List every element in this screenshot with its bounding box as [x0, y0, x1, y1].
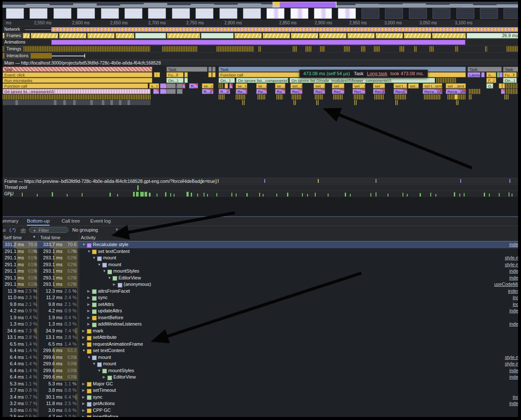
flame-block[interactable] — [242, 100, 245, 105]
timing-mark[interactable] — [429, 46, 434, 52]
table-row[interactable]: 9.8 ms2.1 %9.8 ms2.1 %▶setAttrsindex. — [3, 301, 521, 308]
activity-label[interactable]: mountStyles — [108, 367, 134, 374]
filmstrip-screenshot[interactable] — [361, 8, 379, 19]
track-gpu[interactable]: GPU — [3, 191, 518, 197]
flame-block[interactable] — [184, 72, 188, 77]
flame-block[interactable] — [424, 94, 441, 100]
filmstrip-screenshot[interactable] — [385, 8, 403, 19]
flame-block[interactable] — [506, 89, 519, 94]
timing-mark[interactable] — [305, 46, 311, 52]
main-flame-chart[interactable]: TaskTaskTaskTaskTaskEvent: clickFu...llF… — [3, 66, 518, 197]
frame-duration-badge[interactable]: 26.9 ms — [467, 33, 518, 38]
activity-label[interactable]: Major GC — [93, 381, 113, 388]
flame-block[interactable] — [395, 100, 398, 105]
flame-block[interactable] — [119, 100, 121, 105]
table-row[interactable]: 13.1 ms2.8 %13.1 ms2.8 %▶setAttribute — [3, 334, 521, 341]
flame-block[interactable] — [219, 83, 224, 88]
flame-block[interactable] — [354, 100, 357, 105]
tab-call-tree[interactable]: Call tree — [62, 217, 80, 225]
flame-block[interactable]: set...nt — [290, 83, 302, 88]
expand-icon[interactable]: ▶ — [87, 308, 90, 314]
activity-label[interactable]: attrsFromFacet — [98, 288, 130, 295]
frame-block[interactable] — [135, 33, 166, 38]
partially-presented-frame[interactable] — [167, 33, 200, 38]
flame-block[interactable] — [258, 94, 265, 100]
flame-block[interactable] — [374, 94, 384, 100]
expand-icon[interactable]: ▶ — [103, 374, 105, 381]
track-animations[interactable]: Animations — [3, 39, 518, 46]
flame-block[interactable]: On ignore list...components\/) — [236, 78, 288, 83]
flame-block[interactable]: A... — [486, 72, 496, 77]
activity-label[interactable]: mountStyles — [113, 268, 139, 275]
expand-icon[interactable]: ▶ — [87, 321, 90, 328]
timing-mark[interactable] — [400, 46, 405, 52]
table-row[interactable]: 291.1 ms61.6 %293.1 ms62.0 %▼mountStyles… — [3, 268, 521, 275]
filmstrip-screenshot[interactable] — [30, 8, 47, 19]
flame-block[interactable] — [499, 72, 503, 77]
frame-block[interactable] — [201, 33, 234, 38]
table-row[interactable]: 3.4 ms0.7 %30.1 ms6.4 %▶syncindex. — [3, 394, 521, 401]
flame-block[interactable] — [354, 94, 364, 100]
flame-block[interactable]: Rec...le — [290, 89, 302, 94]
expand-icon[interactable]: ▶ — [82, 334, 85, 341]
source-link[interactable]: useCodeMirror — [494, 281, 521, 288]
flame-block[interactable] — [333, 94, 343, 100]
tab-event-log[interactable]: Event log — [90, 217, 111, 225]
flame-block[interactable] — [212, 67, 216, 72]
filmstrip-screenshot[interactable] — [243, 8, 261, 19]
flame-block[interactable]: Rec...le — [314, 89, 325, 94]
activity-label[interactable]: sync — [98, 294, 108, 301]
partially-presented-frame[interactable] — [234, 33, 262, 38]
flame-block[interactable] — [166, 89, 176, 94]
table-row[interactable]: 34.6 ms7.3 %34.9 ms7.4 %▶mark — [3, 328, 521, 335]
table-row[interactable]: 6.5 ms1.4 %6.5 ms1.4 %▶requestAnimationF… — [3, 341, 521, 348]
flame-block[interactable]: R... — [189, 83, 198, 88]
collapse-icon[interactable]: ▼ — [92, 361, 96, 367]
filmstrip-screenshot[interactable] — [6, 8, 24, 19]
partially-presented-frame[interactable] — [115, 33, 134, 38]
sort-arrow-icon[interactable]: ▼ — [33, 235, 36, 239]
tab-bottom-up[interactable]: Bottom-up — [27, 217, 50, 226]
flame-block[interactable]: set ...ent — [332, 83, 344, 88]
flame-block[interactable] — [54, 100, 56, 105]
activity-label[interactable]: EditorView — [118, 275, 141, 282]
flame-block[interactable] — [469, 94, 472, 100]
partially-presented-frame[interactable] — [376, 33, 403, 38]
network-requests-bar[interactable] — [51, 27, 518, 32]
flame-block[interactable]: Reca...yle — [394, 89, 407, 94]
partially-presented-frame[interactable] — [347, 33, 375, 38]
expand-icon[interactable]: ▶ — [87, 301, 90, 308]
expand-icon[interactable]: ▶ — [87, 294, 90, 301]
flame-block[interactable]: R...e — [219, 89, 230, 94]
flame-block[interactable] — [208, 67, 212, 72]
table-row[interactable]: 1.9 ms0.4 %1.9 ms0.4 %▶insertBefore — [3, 314, 521, 321]
flame-block[interactable]: set...t — [408, 83, 419, 88]
flame-block[interactable]: se...t — [202, 83, 213, 88]
activity-label[interactable]: setAttrs — [98, 301, 114, 308]
table-row[interactable]: 331.2 ms70.0 %333.7 ms70.6 %▼Recalculate… — [3, 241, 521, 248]
filmstrip-screenshot[interactable] — [77, 8, 95, 19]
table-row[interactable]: 291.1 ms61.6 %293.1 ms62.0 %▼EditorViewi… — [3, 275, 521, 282]
filmstrip-screenshot[interactable] — [480, 8, 498, 19]
table-row[interactable]: 291.1 ms61.6 %293.1 ms62.0 %▶(anonymous)… — [3, 281, 521, 288]
flame-block[interactable] — [212, 72, 216, 77]
table-row[interactable]: 11.0 ms2.3 %11.2 ms2.4 %▶syncindex. — [3, 294, 521, 301]
activity-label[interactable]: mark — [93, 328, 103, 335]
flame-block[interactable] — [456, 100, 459, 105]
flame-block[interactable] — [3, 94, 151, 100]
flame-block[interactable]: Function call — [3, 83, 148, 88]
grouping-dropdown[interactable]: No grouping — [72, 227, 98, 232]
cpu-overview-strip[interactable] — [3, 2, 518, 8]
track-frames[interactable]: Frames 26.9 ms — [3, 32, 518, 39]
flame-block[interactable]: set ...ent — [352, 83, 365, 88]
flame-block[interactable]: set t...tent — [394, 83, 407, 88]
filmstrip-screenshot[interactable] — [172, 8, 190, 19]
regex-icon[interactable]: (.*) — [9, 227, 16, 232]
col-self-time[interactable]: Self time — [3, 235, 22, 240]
filmstrip-screenshot[interactable] — [266, 8, 284, 19]
activity-label[interactable]: addWindowListeners — [98, 321, 142, 328]
filmstrip[interactable] — [3, 8, 518, 20]
collapse-icon[interactable]: ▼ — [98, 367, 101, 374]
activity-label[interactable]: set textContent — [98, 248, 130, 255]
flame-block[interactable] — [499, 83, 502, 88]
